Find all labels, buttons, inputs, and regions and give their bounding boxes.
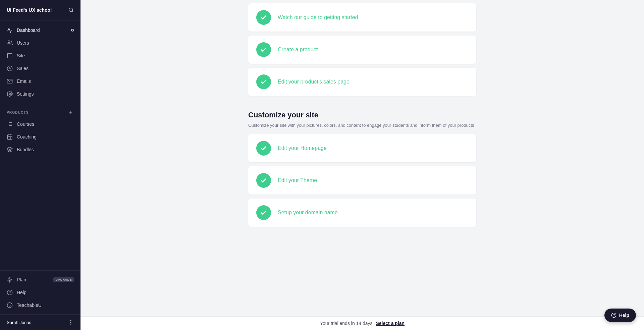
sidebar-item-settings[interactable]: Settings: [0, 88, 80, 100]
checkmark-icon: [260, 209, 267, 216]
sidebar-item-dashboard[interactable]: Dashboard: [0, 24, 80, 37]
sidebar-item-emails[interactable]: Emails: [0, 75, 80, 88]
select-plan-link[interactable]: Select a plan: [376, 321, 405, 326]
sidebar-item-site[interactable]: Site: [0, 49, 80, 62]
user-menu-button[interactable]: [68, 319, 74, 325]
teachableu-icon: [7, 302, 13, 308]
checklist-item-text: Watch our guide to getting started: [278, 14, 358, 20]
coaching-icon: [7, 134, 13, 140]
checkmark-icon: [260, 46, 267, 53]
upgrade-badge: UPGRADE: [53, 277, 74, 282]
main-content: Watch our guide to getting started Creat…: [80, 0, 644, 330]
checklist-item-text: Setup your domain name: [278, 210, 338, 216]
section-description: Customize your site with your pictures, …: [248, 122, 476, 129]
svg-line-1: [72, 11, 73, 12]
section-title: Customize your site: [248, 111, 476, 119]
checklist-item-text: Edit your Theme: [278, 177, 317, 183]
sidebar-item-label: Users: [17, 40, 29, 46]
check-circle: [256, 74, 271, 89]
sidebar-item-teachableu[interactable]: TeachableU: [0, 299, 80, 312]
sidebar-item-courses[interactable]: Courses: [0, 118, 80, 130]
sidebar-item-label: Settings: [17, 91, 34, 97]
sidebar-item-label: Dashboard: [17, 28, 40, 33]
svg-point-0: [69, 8, 73, 12]
help-fab-button[interactable]: Help: [604, 309, 636, 322]
check-circle: [256, 42, 271, 57]
sidebar-item-label: TeachableU: [17, 302, 42, 308]
sidebar-item-label: Courses: [17, 121, 34, 127]
checklist-item-text: Create a product: [278, 47, 318, 53]
checklist-item-edit-homepage[interactable]: Edit your Homepage: [248, 134, 476, 162]
checklist-item-watch-guide[interactable]: Watch our guide to getting started: [248, 3, 476, 32]
svg-marker-15: [7, 147, 12, 150]
checklist-item-create-product[interactable]: Create a product: [248, 36, 476, 64]
emails-icon: [7, 78, 13, 84]
svg-rect-3: [7, 53, 12, 58]
main-nav: Dashboard Users Site Sales: [0, 20, 80, 104]
trial-text: Your trial ends in 14 days.: [320, 321, 374, 326]
sidebar-item-coaching[interactable]: Coaching: [0, 130, 80, 143]
notification-dot: [71, 29, 74, 32]
sidebar-item-users[interactable]: Users: [0, 37, 80, 49]
check-circle: [256, 10, 271, 25]
more-icon: [68, 319, 74, 325]
sales-icon: [7, 65, 13, 71]
dashboard-icon: [7, 27, 13, 33]
sidebar-bottom: Plan UPGRADE Help TeachableU: [0, 270, 80, 314]
add-product-button[interactable]: [67, 109, 74, 116]
plan-icon: [7, 277, 13, 283]
customize-section-header: Customize your site Customize your site …: [248, 100, 476, 134]
plus-icon: [68, 110, 73, 115]
users-icon: [7, 40, 13, 46]
svg-point-19: [7, 303, 12, 308]
sidebar: UI Feed's UX school Dashboard Users: [0, 0, 80, 330]
help-icon: [7, 289, 13, 295]
sidebar-item-label: Sales: [17, 66, 29, 71]
checklist-item-edit-theme[interactable]: Edit your Theme: [248, 166, 476, 195]
sidebar-item-sales[interactable]: Sales: [0, 62, 80, 75]
checkmark-icon: [260, 78, 267, 86]
sidebar-item-bundles[interactable]: Bundles: [0, 143, 80, 156]
site-icon: [7, 53, 13, 59]
sidebar-item-label: Help: [17, 290, 26, 295]
svg-point-24: [70, 324, 71, 325]
check-circle: [256, 141, 271, 156]
sidebar-item-label: Bundles: [17, 147, 34, 152]
search-icon: [68, 7, 74, 13]
trial-bar: Your trial ends in 14 days. Select a pla…: [80, 316, 644, 330]
checklist-item-text: Edit your Homepage: [278, 145, 327, 151]
svg-marker-16: [7, 277, 12, 282]
help-fab-icon: [611, 313, 616, 318]
svg-point-2: [8, 41, 10, 43]
search-button[interactable]: [67, 6, 75, 14]
checkmark-icon: [260, 177, 267, 184]
bundles-icon: [7, 147, 13, 153]
check-circle: [256, 173, 271, 188]
svg-point-5: [9, 93, 11, 95]
help-fab-label: Help: [619, 313, 629, 318]
sidebar-item-plan[interactable]: Plan UPGRADE: [0, 273, 80, 286]
sidebar-item-label: Plan: [17, 277, 26, 282]
products-label: PRODUCTS: [7, 111, 29, 114]
products-section: PRODUCTS: [0, 104, 80, 118]
sidebar-item-label: Emails: [17, 78, 31, 84]
svg-point-23: [70, 322, 71, 323]
svg-rect-14: [7, 135, 12, 140]
settings-icon: [7, 91, 13, 97]
checklist-item-edit-sales-page[interactable]: Edit your product's sales page: [248, 68, 476, 96]
checklist-item-setup-domain[interactable]: Setup your domain name: [248, 199, 476, 227]
user-name: Sarah Jonas: [7, 320, 31, 325]
courses-icon: [7, 121, 13, 127]
svg-point-22: [70, 320, 71, 321]
sidebar-item-label: Site: [17, 53, 25, 58]
checklist-item-text: Edit your product's sales page: [278, 79, 350, 85]
checkmark-icon: [260, 14, 267, 21]
sidebar-item-label: Coaching: [17, 134, 37, 140]
app-logo: UI Feed's UX school: [7, 7, 52, 13]
sidebar-item-help[interactable]: Help: [0, 286, 80, 299]
check-circle: [256, 205, 271, 220]
user-profile: Sarah Jonas: [0, 314, 80, 330]
checkmark-icon: [260, 145, 267, 152]
